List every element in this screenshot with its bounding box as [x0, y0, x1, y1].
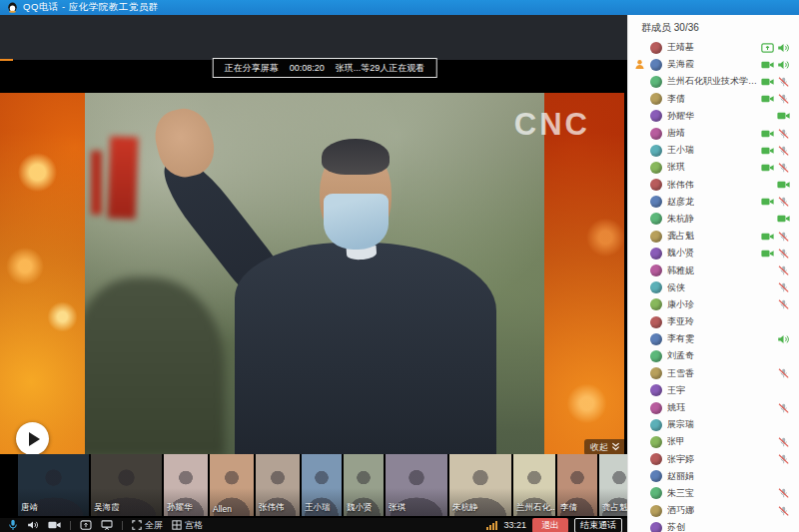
participant-filmstrip: 唐靖吴海霞孙耀华Allen张伟伟王小瑞魏小贤张琪朱杭静兰州石化...李倩龚占魁	[18, 454, 627, 518]
member-name: 朱杭静	[667, 213, 694, 226]
member-row[interactable]: 朱三宝	[628, 485, 799, 502]
mic-off-icon	[777, 232, 790, 242]
avatar	[650, 213, 662, 225]
top-strip	[0, 15, 627, 60]
member-row[interactable]: 苏创	[628, 519, 799, 532]
member-row[interactable]: 朱杭静	[628, 211, 799, 228]
member-name: 王宇	[667, 384, 685, 397]
participant-thumbnail[interactable]: 朱杭静	[449, 454, 511, 516]
member-name: 王靖基	[667, 41, 694, 54]
member-row[interactable]: 兰州石化职业技术学院齐...	[628, 73, 799, 90]
viewers-label: 张琪...等29人正在观看	[336, 62, 425, 75]
avatar	[650, 453, 662, 465]
avatar	[650, 384, 662, 396]
participant-thumbnail[interactable]: 王小瑞	[302, 454, 342, 516]
mic-off-icon	[777, 506, 790, 516]
play-button[interactable]	[16, 422, 49, 454]
avatar	[650, 402, 662, 414]
mic-off-icon	[777, 249, 790, 259]
participant-thumbnail[interactable]: 张伟伟	[256, 454, 300, 516]
member-row[interactable]: 魏小贤	[628, 245, 799, 262]
member-row[interactable]: 孙耀华	[628, 108, 799, 125]
member-row[interactable]: 张宇婷	[628, 451, 799, 468]
figure-hand	[150, 103, 221, 183]
member-name: 兰州石化职业技术学院齐...	[667, 75, 761, 88]
avatar	[650, 145, 662, 157]
avatar	[650, 298, 662, 310]
cam-icon	[777, 180, 790, 190]
member-row[interactable]: 吴海霞	[628, 56, 799, 73]
participant-thumbnail[interactable]: 张琪	[386, 454, 447, 516]
camera-button[interactable]	[48, 520, 61, 530]
participant-name: 李倩	[560, 502, 577, 514]
participant-thumbnail[interactable]: 唐靖	[18, 454, 89, 516]
member-row[interactable]: 康小珍	[628, 296, 799, 313]
avatar	[650, 419, 662, 431]
mic-off-icon	[777, 299, 790, 309]
avatar	[650, 487, 662, 499]
member-name: 康小珍	[667, 298, 694, 311]
member-row[interactable]: 李倩	[628, 91, 799, 108]
member-row[interactable]: 王宇	[628, 382, 799, 399]
member-row[interactable]: 赵丽娟	[628, 468, 799, 485]
sharing-label: 正在分享屏幕	[225, 62, 279, 75]
member-row[interactable]: 酒巧娜	[628, 502, 799, 519]
member-name: 展宗瑞	[667, 418, 694, 431]
avatar	[650, 265, 662, 276]
member-row[interactable]: 唐靖	[628, 125, 799, 142]
member-row[interactable]: 龚占魁	[628, 228, 799, 245]
participant-thumbnail[interactable]: 孙耀华	[164, 454, 208, 516]
collapse-button[interactable]: 收起	[584, 439, 624, 454]
screen-share-button[interactable]	[80, 520, 92, 530]
member-name: 魏小贤	[667, 247, 694, 260]
share-progress-dash	[0, 59, 13, 61]
exit-button[interactable]: 退出	[532, 518, 568, 532]
red-banner-small	[91, 151, 102, 215]
participant-thumbnail[interactable]: 吴海霞	[91, 454, 162, 516]
member-row[interactable]: 姚珏	[628, 399, 799, 416]
member-row[interactable]: 展宗瑞	[628, 416, 799, 433]
cam-icon	[777, 214, 790, 224]
participant-thumbnail[interactable]: 龚占魁	[599, 454, 627, 516]
member-row[interactable]: 张琪	[628, 159, 799, 176]
cnc-watermark: CNC	[514, 107, 590, 143]
shared-video[interactable]: CNC 收起	[0, 93, 624, 454]
member-row[interactable]: 赵彦龙	[628, 194, 799, 211]
end-call-button[interactable]: 结束通话	[574, 518, 622, 532]
participant-name: 龚占魁	[602, 502, 627, 514]
mic-off-icon	[777, 282, 790, 292]
whiteboard-button[interactable]	[101, 520, 113, 530]
member-row[interactable]: 李亚玲	[628, 313, 799, 330]
participant-name: 朱杭静	[452, 502, 478, 514]
avatar	[650, 436, 662, 448]
cam-icon	[761, 197, 774, 207]
participant-thumbnail[interactable]: 李倩	[557, 454, 597, 516]
speaker-button[interactable]	[27, 520, 39, 530]
participant-thumbnail[interactable]: 兰州石化...	[513, 454, 555, 516]
member-row[interactable]: 王靖基	[628, 39, 799, 56]
participant-name: 张伟伟	[259, 502, 285, 514]
grid-view-button[interactable]: 宫格	[172, 519, 203, 532]
audio-icon	[777, 43, 790, 53]
avatar	[650, 316, 662, 328]
member-name: 唐靖	[667, 127, 685, 140]
member-row[interactable]: 王小瑞	[628, 142, 799, 159]
fullscreen-button[interactable]: 全屏	[132, 519, 163, 532]
member-row[interactable]: 李有雯	[628, 330, 799, 347]
member-row[interactable]: 刘孟奇	[628, 347, 799, 364]
red-banner	[108, 137, 139, 220]
qq-logo-icon	[7, 0, 18, 17]
participant-thumbnail[interactable]: 魏小贤	[344, 454, 384, 516]
cam-icon	[761, 249, 774, 259]
avatar	[650, 179, 662, 191]
member-row[interactable]: 侯侠	[628, 279, 799, 296]
member-name: 李倩	[667, 93, 685, 106]
title-bar[interactable]: QQ电话 - 应化学院教工党员群	[0, 0, 799, 15]
participant-thumbnail[interactable]: Allen	[210, 454, 254, 516]
member-row[interactable]: 张伟伟	[628, 177, 799, 194]
member-row[interactable]: 王雪香	[628, 365, 799, 382]
microphone-button[interactable]	[8, 519, 18, 531]
mic-off-icon	[777, 77, 790, 87]
member-row[interactable]: 韩雅妮	[628, 262, 799, 278]
member-row[interactable]: 张甲	[628, 433, 799, 450]
